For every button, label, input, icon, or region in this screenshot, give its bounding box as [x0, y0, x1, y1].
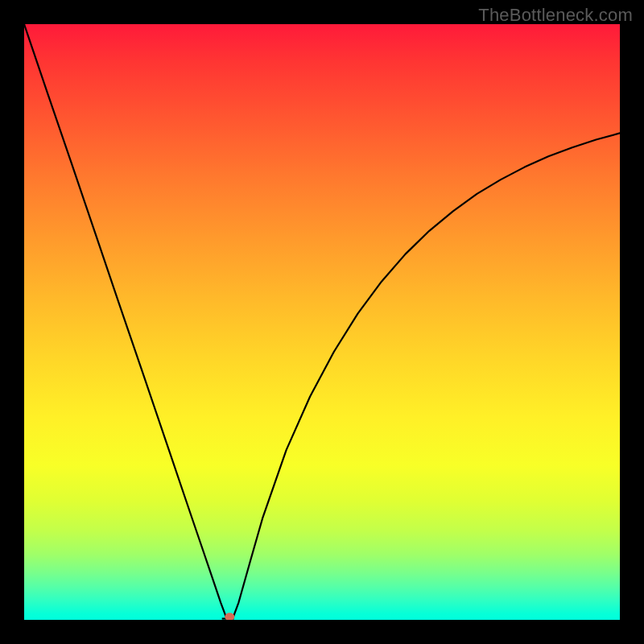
- bottleneck-curve-svg: [24, 24, 620, 620]
- bottleneck-curve-path: [24, 24, 620, 619]
- chart-frame: TheBottleneck.com: [0, 0, 644, 644]
- plot-area: [24, 24, 620, 620]
- watermark-text: TheBottleneck.com: [478, 5, 633, 26]
- minimum-marker-dot: [225, 613, 234, 620]
